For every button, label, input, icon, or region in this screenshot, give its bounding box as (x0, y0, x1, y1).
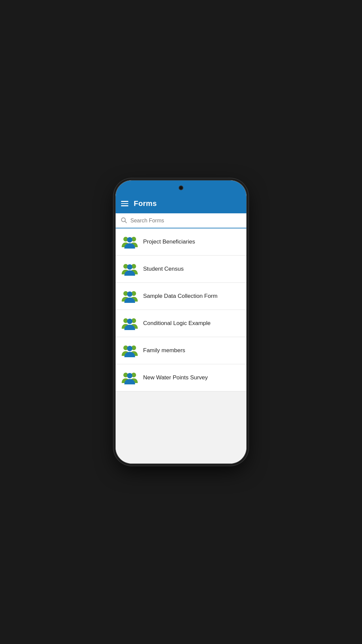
status-bar (116, 180, 246, 195)
svg-point-10 (127, 291, 132, 297)
form-label: Conditional Logic Example (143, 320, 210, 327)
form-icon (121, 260, 138, 278)
list-item[interactable]: Project Beneficiaries (116, 228, 246, 256)
app-header: Forms (116, 195, 246, 213)
form-label: Sample Data Collection Form (143, 293, 218, 300)
search-bar (116, 213, 246, 228)
svg-point-19 (127, 373, 132, 378)
forms-list-container: Project Beneficiaries Student Cen (116, 228, 246, 464)
form-label: Student Census (143, 266, 184, 272)
form-icon (121, 342, 138, 359)
form-icon (121, 369, 138, 386)
form-icon (121, 315, 138, 332)
form-label: Project Beneficiaries (143, 238, 195, 245)
search-input[interactable] (130, 218, 242, 224)
page-title: Forms (134, 199, 157, 208)
svg-point-16 (127, 346, 132, 351)
search-icon (120, 217, 127, 224)
list-item[interactable]: Student Census (116, 256, 246, 283)
list-item[interactable]: New Water Points Survey (116, 364, 246, 391)
menu-button[interactable] (121, 201, 128, 206)
form-label: Family members (143, 347, 185, 354)
camera-notch (179, 185, 183, 190)
phone-screen: Forms (116, 180, 246, 464)
svg-point-4 (127, 237, 132, 243)
list-item[interactable]: Conditional Logic Example (116, 310, 246, 337)
forms-list: Project Beneficiaries Student Cen (116, 228, 246, 391)
form-icon (121, 233, 138, 251)
form-label: New Water Points Survey (143, 374, 208, 381)
list-item[interactable]: Sample Data Collection Form (116, 283, 246, 310)
phone-frame: Forms (116, 180, 246, 464)
svg-point-7 (127, 264, 132, 270)
list-item[interactable]: Family members (116, 337, 246, 364)
svg-line-1 (125, 221, 127, 223)
form-icon (121, 287, 138, 305)
svg-point-13 (127, 319, 132, 324)
